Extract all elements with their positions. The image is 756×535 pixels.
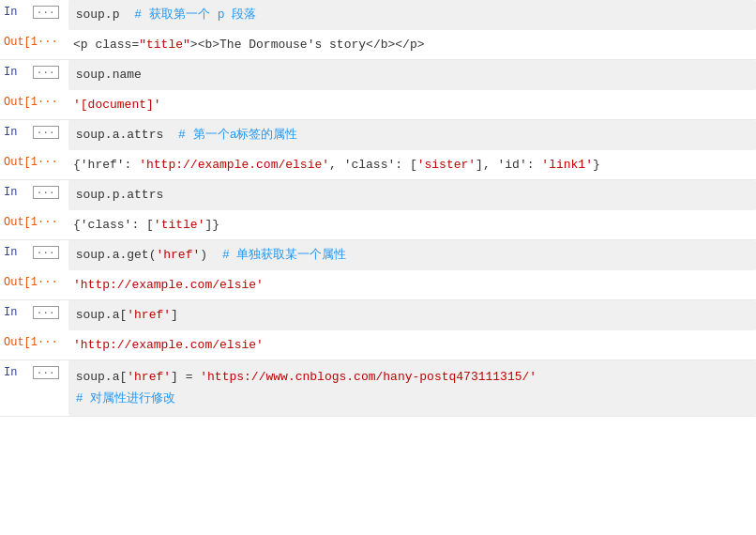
code-comment-3: # 第一个a标签的属性 [178,128,297,142]
in-label-2: In ··· [0,60,68,84]
cell-2-out: Out[1··· '[document]' [0,90,756,120]
cell-6-in: In ··· soup.a['href'] [0,300,756,330]
in-code-3[interactable]: soup.a.attrs # 第一个a标签的属性 [68,120,756,150]
code-text-2: soup.name [76,68,142,82]
code-comment-1: # 获取第一个 p 段落 [134,8,256,22]
in-counter-1: ··· [33,6,59,19]
in-label-5: In ··· [0,240,68,265]
cell-6-out: Out[1··· 'http://example.com/elsie' [0,330,756,360]
in-code-2[interactable]: soup.name [68,60,756,90]
cell-1: In ··· soup.p # 获取第一个 p 段落 Out[1··· <p c… [0,0,756,60]
in-code-5[interactable]: soup.a.get('href') # 单独获取某一个属性 [68,240,756,270]
in-label-3: In ··· [0,120,68,145]
in-counter-3: ··· [33,126,59,139]
code-text-6b: 'href' [127,308,171,322]
out-code-6: 'http://example.com/elsie' [66,330,756,360]
code-line-7-1: soup.a['href'] = 'https://www.cnblogs.co… [76,366,748,388]
cell-3: In ··· soup.a.attrs # 第一个a标签的属性 Out[1···… [0,120,756,180]
cell-4: In ··· soup.p.attrs Out[1··· {'class': [… [0,180,756,240]
cell-5-out: Out[1··· 'http://example.com/elsie' [0,270,756,300]
code-text-5a: soup.a.get( [76,248,157,262]
code-text-4: soup.p.attrs [76,188,164,202]
in-code-4[interactable]: soup.p.attrs [68,180,756,210]
out-code-3: {'href': 'http://example.com/elsie', 'cl… [66,150,756,180]
in-code-7[interactable]: soup.a['href'] = 'https://www.cnblogs.co… [68,360,756,416]
out-code-2: '[document]' [66,90,756,120]
code-comment-5: # 单独获取某一个属性 [222,248,347,262]
cell-6: In ··· soup.a['href'] Out[1··· 'http://e… [0,300,756,360]
code-text-5c: ) [200,248,207,262]
in-label-4: In ··· [0,180,68,205]
cell-2-in: In ··· soup.name [0,60,756,90]
code-text-6a: soup.a[ [76,308,128,322]
cell-7: In ··· soup.a['href'] = 'https://www.cnb… [0,360,756,417]
out-label-6: Out[1··· [0,330,66,355]
out-code-4: {'class': ['title']} [66,210,756,240]
cell-3-in: In ··· soup.a.attrs # 第一个a标签的属性 [0,120,756,150]
out-label-2: Out[1··· [0,90,66,115]
in-label-7: In ··· [0,360,68,385]
out-code-5: 'http://example.com/elsie' [66,270,756,300]
in-counter-5: ··· [33,246,59,259]
in-label-6: In ··· [0,300,68,325]
in-code-1[interactable]: soup.p # 获取第一个 p 段落 [68,0,756,30]
in-code-6[interactable]: soup.a['href'] [68,300,756,330]
cell-2: In ··· soup.name Out[1··· '[document]' [0,60,756,120]
code-text-6c: ] [171,308,178,322]
cell-1-in: In ··· soup.p # 获取第一个 p 段落 [0,0,756,30]
code-text: soup.p [76,8,120,22]
code-line-7-2: # 对属性进行修改 [76,388,748,409]
out-label-3: Out[1··· [0,150,66,175]
in-counter-7: ··· [33,366,59,379]
cell-7-in: In ··· soup.a['href'] = 'https://www.cnb… [0,360,756,416]
in-counter-2: ··· [33,66,59,79]
cell-4-in: In ··· soup.p.attrs [0,180,756,210]
cell-1-out: Out[1··· <p class="title"><b>The Dormous… [0,30,756,60]
in-label-1: In ··· [0,0,68,24]
code-text-3: soup.a.attrs [76,128,164,142]
cell-5: In ··· soup.a.get('href') # 单独获取某一个属性 Ou… [0,240,756,300]
in-counter-4: ··· [33,186,59,199]
out-label-5: Out[1··· [0,270,66,295]
cell-4-out: Out[1··· {'class': ['title']} [0,210,756,240]
in-counter-6: ··· [33,306,59,319]
cell-3-out: Out[1··· {'href': 'http://example.com/el… [0,150,756,180]
out-code-1: <p class="title"><b>The Dormouse's story… [66,30,756,60]
out-label-1: Out[1··· [0,30,66,54]
out-label-4: Out[1··· [0,210,66,235]
code-text-5b: 'href' [156,248,200,262]
cell-5-in: In ··· soup.a.get('href') # 单独获取某一个属性 [0,240,756,270]
notebook: In ··· soup.p # 获取第一个 p 段落 Out[1··· <p c… [0,0,756,417]
